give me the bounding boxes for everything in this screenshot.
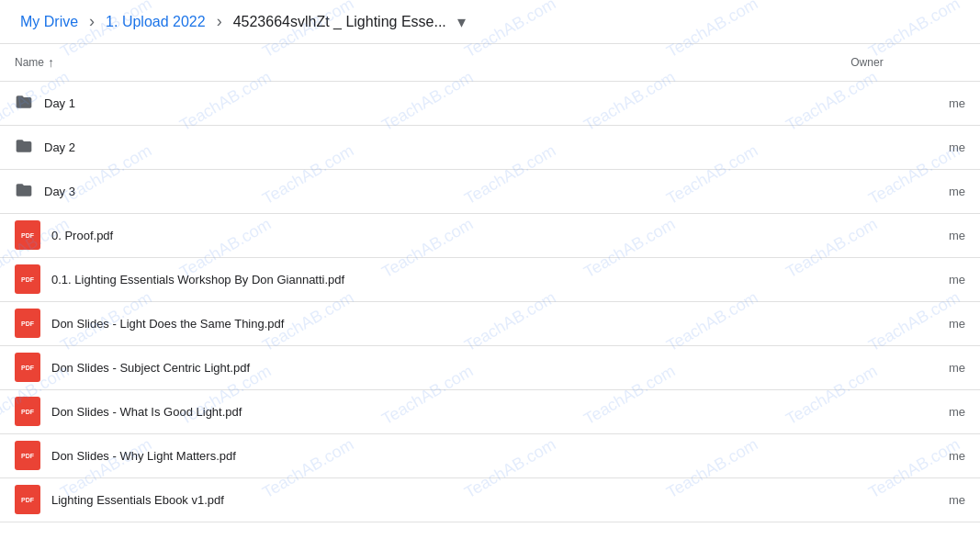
file-name-cell: Lighting Essentials Ebook v1.pdf [0,477,836,522]
breadcrumb-upload-2022[interactable]: 1. Upload 2022 [100,10,211,34]
file-name-cell: Don Slides - Why Light Matters.pdf [0,433,836,477]
folder-icon [15,93,33,114]
file-name-text: Day 2 [44,140,75,154]
breadcrumb-dropdown-icon[interactable]: ▾ [457,12,466,32]
col-header-owner: Owner [836,44,980,81]
pdf-icon [15,220,40,250]
file-name-cell: 0.1. Lighting Essentials Workshop By Don… [0,257,836,301]
file-owner-cell: me [836,257,980,301]
file-name-text: Don Slides - Why Light Matters.pdf [51,449,236,463]
file-name-text: Day 3 [44,185,75,198]
file-name-text: Don Slides - Light Does the Same Thing.p… [51,317,284,331]
col-name-label: Name [15,56,44,69]
col-header-name[interactable]: Name ↑ [0,44,836,81]
pdf-icon [15,264,40,294]
file-name-cell: Don Slides - Light Does the Same Thing.p… [0,301,836,345]
file-owner-cell: me [836,433,980,477]
file-owner-cell: me [836,169,980,213]
pdf-icon [15,441,40,470]
table-row[interactable]: Don Slides - What Is Good Light.pdfme [0,389,980,433]
table-row[interactable]: Don Slides - Light Does the Same Thing.p… [0,301,980,345]
sort-arrow-icon: ↑ [48,55,54,70]
file-table: Name ↑ Owner Day 1me Day 2me Day 3me0. P… [0,44,980,522]
breadcrumb-my-drive[interactable]: My Drive [15,10,84,34]
file-name-cell: Don Slides - Subject Centric Light.pdf [0,345,836,389]
file-owner-cell: me [836,345,980,389]
pdf-icon [15,309,40,338]
file-owner-cell: me [836,81,980,125]
file-owner-cell: me [836,477,980,522]
breadcrumb-sep-1: › [89,12,95,31]
table-row[interactable]: Day 3me [0,169,980,213]
table-row[interactable]: 0. Proof.pdfme [0,213,980,257]
table-row[interactable]: Day 2me [0,125,980,169]
table-row[interactable]: Day 1me [0,81,980,125]
file-name-text: Don Slides - What Is Good Light.pdf [51,405,242,419]
table-row[interactable]: 0.1. Lighting Essentials Workshop By Don… [0,257,980,301]
file-name-text: Don Slides - Subject Centric Light.pdf [51,361,250,375]
file-name-text: Day 1 [44,96,75,110]
table-row[interactable]: Don Slides - Subject Centric Light.pdfme [0,345,980,389]
file-owner-cell: me [836,389,980,433]
file-name-cell: Don Slides - What Is Good Light.pdf [0,389,836,433]
folder-icon [15,137,33,158]
pdf-icon [15,353,40,382]
file-owner-cell: me [836,125,980,169]
file-owner-cell: me [836,213,980,257]
table-row[interactable]: Lighting Essentials Ebook v1.pdfme [0,477,980,522]
breadcrumb-current-folder: 4523664svlhZt _ Lighting Esse... [228,10,452,34]
file-name-cell: Day 3 [0,169,836,213]
file-name-cell: Day 1 [0,81,836,125]
file-name-text: Lighting Essentials Ebook v1.pdf [51,493,224,507]
pdf-icon [15,485,40,514]
file-name-text: 0.1. Lighting Essentials Workshop By Don… [51,273,344,286]
breadcrumb: My Drive › 1. Upload 2022 › 4523664svlhZ… [0,0,980,44]
breadcrumb-sep-2: › [217,12,222,31]
file-name-cell: Day 2 [0,125,836,169]
file-name-cell: 0. Proof.pdf [0,213,836,257]
table-row[interactable]: Don Slides - Why Light Matters.pdfme [0,433,980,477]
folder-icon [15,181,33,202]
pdf-icon [15,397,40,426]
file-name-text: 0. Proof.pdf [51,229,113,242]
file-owner-cell: me [836,301,980,345]
